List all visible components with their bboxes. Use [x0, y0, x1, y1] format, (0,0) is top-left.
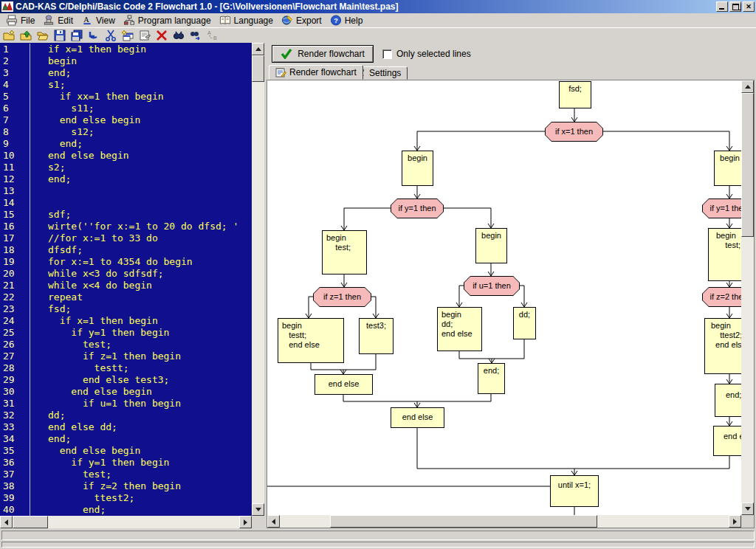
copy-window-button[interactable]	[121, 30, 134, 42]
flow-node-end-center: end;	[478, 363, 505, 394]
arrow-right-icon	[733, 519, 740, 525]
line-number: 36	[0, 457, 30, 469]
menu-language[interactable]: Language	[216, 13, 278, 27]
flowchart-scroll-up-button[interactable]	[741, 80, 754, 93]
line-number: 22	[0, 291, 30, 303]
editor-line: 13	[0, 185, 252, 197]
flow-node-begin-center: begin	[475, 228, 507, 263]
editor-scroll-left-button[interactable]	[0, 516, 13, 528]
open-file-button[interactable]	[36, 30, 49, 42]
svg-text:A: A	[83, 15, 89, 24]
menu-file[interactable]: File	[3, 13, 40, 27]
editor-line: 36 if y=1 then begin	[0, 457, 252, 469]
menu-help[interactable]: ? Help	[327, 13, 368, 27]
status-panel-secondary	[1, 542, 755, 548]
editor-horizontal-scrollbar[interactable]	[0, 516, 252, 528]
editor-vertical-scrollbar[interactable]	[252, 43, 264, 516]
flow-node-fsd: fsd;	[559, 81, 591, 108]
code-text: end else begin	[30, 114, 140, 126]
editor-line: 16wirte(''for x:=1 to 20 do dfsd; '	[0, 221, 252, 232]
flowchart-horizontal-scrollbar[interactable]	[267, 515, 741, 528]
flow-node-if-z2-right: if z=2 then	[702, 287, 741, 307]
menu-program-language[interactable]: Program language	[120, 13, 216, 27]
properties-icon	[139, 30, 151, 41]
arrow-down-icon	[255, 508, 261, 514]
only-selected-lines-checkbox[interactable]	[382, 49, 392, 59]
book-icon	[219, 15, 231, 26]
flowchart-scroll-down-button[interactable]	[741, 503, 754, 515]
flow-node-begin-left: begin	[402, 151, 433, 186]
save-button[interactable]	[53, 30, 66, 42]
replace-button[interactable]: AB	[206, 30, 219, 42]
find-button[interactable]	[172, 30, 185, 42]
editor-line: 14	[0, 197, 252, 209]
delete-button[interactable]	[155, 30, 168, 42]
line-number: 10	[0, 150, 30, 162]
line-number: 31	[0, 398, 30, 410]
line-number: 37	[0, 469, 30, 480]
line-number: 14	[0, 197, 30, 209]
editor-line: 33end else dd;	[0, 421, 252, 433]
menu-export[interactable]: Export	[278, 13, 327, 27]
render-flowchart-button[interactable]: Render flowchart	[272, 45, 374, 63]
flow-node-end-else-1: end else	[315, 374, 373, 395]
close-button[interactable]	[743, 1, 755, 12]
arrow-up-icon	[255, 44, 261, 51]
line-number: 30	[0, 386, 30, 398]
menu-bar: File Edit A View Program language Langua…	[0, 13, 756, 28]
editor-scroll-right-button[interactable]	[239, 516, 252, 528]
editor-line: 15sdf;	[0, 209, 252, 221]
flowchart-scroll-left-button[interactable]	[267, 515, 280, 528]
open-file-icon	[37, 30, 49, 41]
flowchart-scroll-right-button[interactable]	[729, 515, 741, 528]
minimize-button[interactable]	[716, 1, 728, 12]
tab-render-flowchart[interactable]: Render flowchart	[269, 65, 363, 80]
editor-scroll-down-button[interactable]	[252, 503, 264, 516]
editor-scroll-up-button[interactable]	[252, 43, 264, 55]
editor-line: 1if x=1 then begin	[0, 44, 252, 55]
cut-button[interactable]	[104, 30, 117, 42]
editor-line: 23fsd;	[0, 303, 252, 315]
flowchart-panel: Render flowchart Only selected lines Ren…	[267, 43, 756, 528]
globe-icon	[281, 15, 293, 26]
font-icon: A	[81, 15, 93, 26]
line-number: 4	[0, 79, 30, 91]
window-title: CAD-KAS C/Delphi/Basic Code 2 Flowchart …	[16, 1, 713, 12]
editor-lines[interactable]: 1if x=1 then begin2begin3end;4s1;5 if xx…	[0, 43, 252, 516]
menu-edit[interactable]: Edit	[40, 13, 78, 27]
arrow-down-icon	[745, 507, 751, 514]
editor-line: 34end;	[0, 433, 252, 445]
undo-button[interactable]	[87, 30, 100, 42]
find-next-button[interactable]	[189, 30, 202, 42]
only-selected-lines-label: Only selected lines	[396, 49, 471, 59]
code-text: if x=1 then begin	[30, 44, 146, 55]
editor-vertical-scroll-thumb[interactable]	[252, 55, 264, 82]
find-icon	[173, 30, 185, 41]
editor-line: 22repeat	[0, 291, 252, 303]
node-tree-icon	[123, 15, 135, 26]
restore-button[interactable]	[729, 1, 741, 12]
import-file-icon	[20, 30, 32, 41]
import-file-button[interactable]	[19, 30, 32, 42]
flow-node-if-y1-right: if y=1 then	[702, 198, 741, 218]
new-file-button[interactable]	[2, 30, 16, 42]
editor-line: 24 if x=1 then begin	[0, 315, 252, 327]
flowchart-horizontal-scroll-thumb[interactable]	[330, 515, 597, 528]
menu-view[interactable]: A View	[78, 13, 120, 27]
flowchart-vertical-scrollbar[interactable]	[741, 80, 754, 515]
properties-button[interactable]	[138, 30, 151, 42]
code-text: for x:=1 to 4354 do begin	[30, 256, 193, 268]
flow-node-if-z1: if z=1 then	[313, 287, 371, 307]
flowchart-vertical-scroll-thumb[interactable]	[741, 93, 754, 237]
code-text	[30, 197, 48, 209]
flow-node-end-else-2: end else	[391, 407, 444, 428]
arrow-left-icon	[269, 519, 275, 525]
code-text: s1;	[30, 79, 65, 91]
code-text: end else begin	[30, 386, 152, 398]
editor-line: 18dfsdf;	[0, 244, 252, 256]
editor-horizontal-scroll-thumb[interactable]	[13, 516, 48, 528]
save-all-button[interactable]	[70, 30, 83, 42]
code-text: if z=2 then begin	[30, 480, 181, 492]
code-text: repeat	[30, 291, 83, 303]
delete-icon	[156, 30, 168, 41]
